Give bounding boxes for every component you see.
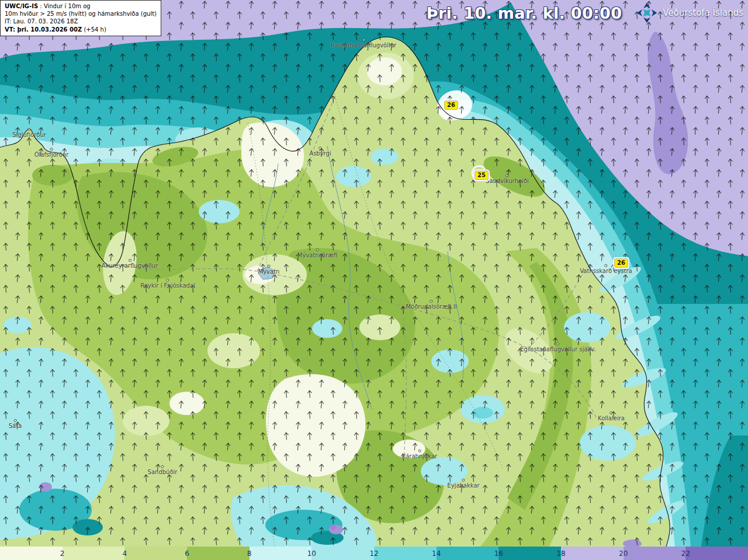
model-info-box: UWC/IG-IS : Vindur í 10m og 10m hviður >… <box>0 0 161 36</box>
legend-tick-label: 6 <box>185 549 189 558</box>
legend-tick-label: 18 <box>556 549 565 558</box>
info-line-init-time: IT: Lau. 07. 03. 2026 18Z <box>5 18 157 25</box>
legend-segment: 18 <box>498 547 561 560</box>
info-line-subtitle: 10m hviður > 25 m/s (hvítt) og hámarkshv… <box>5 10 157 18</box>
valid-time-title: Þri. 10. mar. kl. 00:00 <box>427 4 622 22</box>
legend-segment: 16 <box>437 547 499 560</box>
map-header: Þri. 10. mar. kl. 00:00 Veðurstofa Íslan… <box>427 2 743 24</box>
wind-speed-legend: 246810121416182022 <box>0 547 748 560</box>
legend-segment: 20 <box>561 547 624 560</box>
logo-label: Veðurstofa Íslands <box>663 8 743 18</box>
legend-segment: 4 <box>63 547 125 560</box>
legend-segment: 22 <box>624 547 686 560</box>
legend-tick-label: 12 <box>369 549 378 558</box>
wind-arrows-layer <box>0 0 748 547</box>
vedurstofa-logo-icon <box>636 2 658 24</box>
legend-tick-label: 10 <box>307 549 316 558</box>
legend-tick-label: 14 <box>432 549 441 558</box>
legend-tick-label: 22 <box>681 549 690 558</box>
legend-segment: 12 <box>311 547 374 560</box>
legend-segment: 10 <box>250 547 312 560</box>
legend-tick-label: 4 <box>123 549 127 558</box>
legend-segment: 14 <box>374 547 437 560</box>
legend-segment: 8 <box>187 547 250 560</box>
model-name: UWC/IG-IS <box>5 3 38 9</box>
vedurstofa-logo: Veðurstofa Íslands <box>636 2 743 24</box>
wind-map: SiglufjörðurÓlafsfjörðurRaufarhafnarflug… <box>0 0 748 547</box>
legend-tick-label: 20 <box>619 549 628 558</box>
legend-segment: 2 <box>0 547 63 560</box>
legend-tick-label: 8 <box>247 549 252 558</box>
info-line-title: UWC/IG-IS : Vindur í 10m og <box>5 2 157 10</box>
map-svg <box>0 0 748 547</box>
legend-tick-label: 2 <box>60 549 65 558</box>
weather-map-stage: SiglufjörðurÓlafsfjörðurRaufarhafnarflug… <box>0 0 748 560</box>
legend-segment: 6 <box>124 547 187 560</box>
legend-tick-label: 16 <box>494 549 503 558</box>
legend-segment <box>685 547 748 560</box>
info-line-valid-time: VT: þri. 10.03.2026 00Z (+54 h) <box>5 26 157 33</box>
